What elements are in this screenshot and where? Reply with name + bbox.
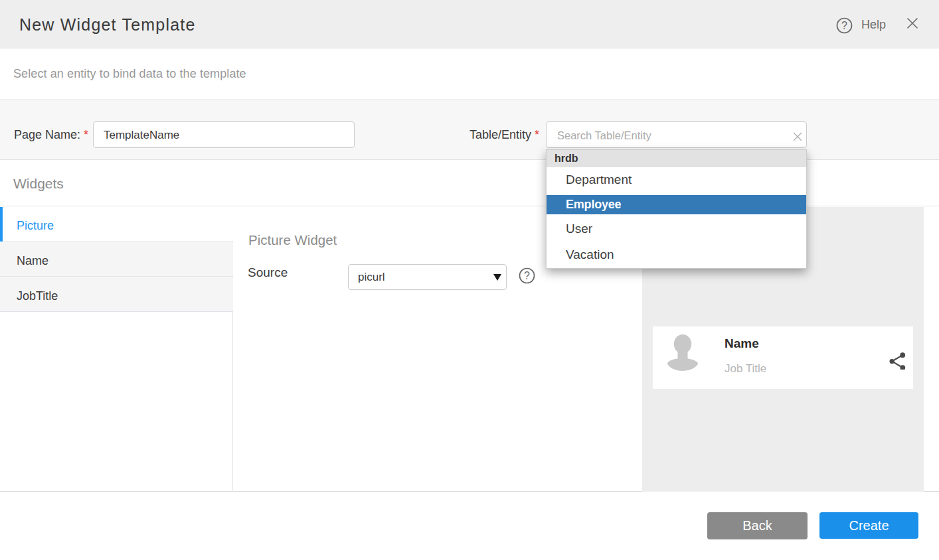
svg-text:?: ? (524, 270, 530, 281)
svg-text:?: ? (841, 20, 847, 31)
